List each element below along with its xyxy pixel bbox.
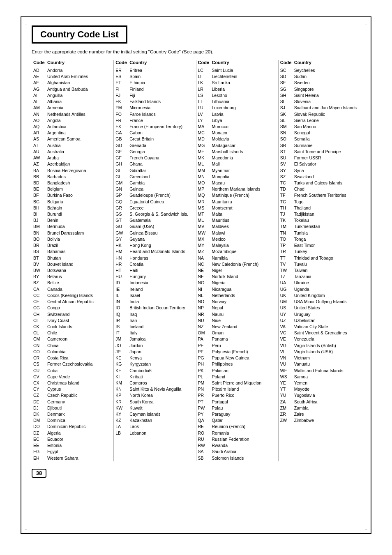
- table-row: NENiger: [198, 267, 275, 274]
- table-row: KRSouth Korea: [115, 399, 192, 405]
- country-code: UY: [280, 311, 294, 318]
- country-code: CO: [33, 349, 47, 355]
- country-name: France (European Territory): [129, 124, 192, 130]
- country-name: Nicaragua: [212, 286, 275, 292]
- table-row: BIBurundi: [33, 211, 110, 217]
- country-name: S. Georgia & S. Sandwich Isls.: [129, 211, 192, 217]
- table-row: BDBangladesh: [33, 180, 110, 186]
- table-row: NLNetherlands: [198, 292, 275, 299]
- country-name: Honduras: [129, 255, 192, 261]
- country-name: Mauritania: [212, 199, 275, 205]
- table-row: TNTunisia: [280, 230, 357, 236]
- country-name: Bahrain: [47, 205, 110, 211]
- country-code: FO: [115, 111, 129, 117]
- country-name: Pitcairn Island: [212, 386, 275, 392]
- country-code: SI: [280, 99, 294, 105]
- table-row: PKPakistan: [198, 368, 275, 374]
- country-code: LA: [115, 424, 129, 430]
- country-code: PL: [198, 374, 212, 380]
- country-name: East Timor: [294, 242, 357, 249]
- country-code: GN: [115, 186, 129, 192]
- table-row: BRBrazil: [33, 242, 110, 249]
- country-name: Kyrgyzstan: [129, 361, 192, 367]
- table-row: AQAntarctica: [33, 124, 110, 130]
- country-name: Marshall Islands: [212, 149, 275, 155]
- column-1: CodeCountryADAndorraAEUnited Arab Emirat…: [32, 60, 114, 461]
- table-row: YEYemen: [280, 380, 357, 386]
- country-code: KM: [115, 380, 129, 386]
- country-name: Pakistan: [212, 368, 275, 374]
- country-name: San Marino: [294, 124, 357, 130]
- table-row: THThailand: [280, 205, 357, 211]
- table-row: WSSamoa: [280, 374, 357, 380]
- country-name: Madagascar: [212, 143, 275, 149]
- country-code: SE: [280, 80, 294, 86]
- table-row: SUFormer USSR: [280, 155, 357, 161]
- column-2: CodeCountryEREritreaESSpainETEthiopiaFIF…: [114, 60, 196, 461]
- country-name: Papua New Guinea: [212, 355, 275, 361]
- table-row: MMMyanmar: [198, 168, 275, 174]
- country-code: MS: [198, 205, 212, 211]
- country-code: VG: [280, 343, 294, 349]
- country-name: Sudan: [294, 74, 357, 80]
- country-code: LS: [198, 92, 212, 99]
- country-name: United Arab Emirates: [47, 74, 110, 80]
- country-name: Suriname: [294, 143, 357, 149]
- country-name: Tadjikistan: [294, 211, 357, 217]
- country-code: DJ: [33, 405, 47, 411]
- table-row: TOTonga: [280, 236, 357, 242]
- table-row: FOFaroe Islands: [115, 111, 192, 117]
- country-name: Heard and McDonald Islands: [129, 249, 192, 255]
- col-header-3: CodeCountry: [198, 60, 275, 66]
- country-name: Faroe Islands: [129, 111, 192, 117]
- country-name: Dominican Republic: [47, 424, 110, 430]
- corner-tl: ⎯: [25, 21, 27, 25]
- country-code: LI: [198, 74, 212, 80]
- table-row: CRCosta Rica: [33, 355, 110, 361]
- table-row: SLSierra Leone: [280, 117, 357, 124]
- country-name: Liberia: [212, 86, 275, 92]
- country-code: MT: [198, 211, 212, 217]
- country-code: BR: [33, 242, 47, 249]
- country-code: LK: [198, 80, 212, 86]
- country-name: Laos: [129, 424, 192, 430]
- country-name: Hungary: [129, 274, 192, 280]
- country-name: Liechtenstein: [212, 74, 275, 80]
- col-header-code: Code: [280, 60, 294, 65]
- country-code: ZR: [280, 411, 294, 417]
- country-name: Norfolk Island: [212, 274, 275, 280]
- table-row: NRNauru: [198, 311, 275, 318]
- table-row: HNHonduras: [115, 255, 192, 261]
- table-row: DKDenmark: [33, 411, 110, 417]
- country-code: UZ: [280, 318, 294, 324]
- corner-tr: ⎯: [365, 21, 367, 25]
- table-row: LVLatvia: [198, 111, 275, 117]
- country-code: GR: [115, 205, 129, 211]
- table-row: UZUzbekistan: [280, 318, 357, 324]
- table-row: CUCuba: [33, 368, 110, 374]
- country-code: MU: [198, 217, 212, 223]
- table-row: UGUganda: [280, 286, 357, 292]
- country-code: HK: [115, 242, 129, 249]
- country-name: Algeria: [47, 430, 110, 436]
- country-code: SA: [198, 449, 212, 455]
- country-name: Myanmar: [212, 168, 275, 174]
- table-row: LCSaint Lucia: [198, 67, 275, 74]
- country-code: GD: [115, 143, 129, 149]
- country-code: MX: [198, 236, 212, 242]
- country-code: US: [280, 305, 294, 311]
- country-name: Singapore: [294, 86, 357, 92]
- country-name: Aruba: [47, 155, 110, 161]
- country-code: BM: [33, 223, 47, 230]
- table-row: GDGrenada: [115, 143, 192, 149]
- table-row: ANNetherlands Antilles: [33, 111, 110, 117]
- country-code: VI: [280, 349, 294, 355]
- table-row: EEEstonia: [33, 442, 110, 449]
- country-code: DK: [33, 411, 47, 417]
- country-code: YT: [280, 386, 294, 392]
- country-name: Guinea Bissau: [129, 230, 192, 236]
- country-name: Cocos (Keeling) Islands: [47, 292, 110, 299]
- country-name: Djibouti: [47, 405, 110, 411]
- country-name: Tonga: [294, 236, 357, 242]
- table-row: DODominican Republic: [33, 424, 110, 430]
